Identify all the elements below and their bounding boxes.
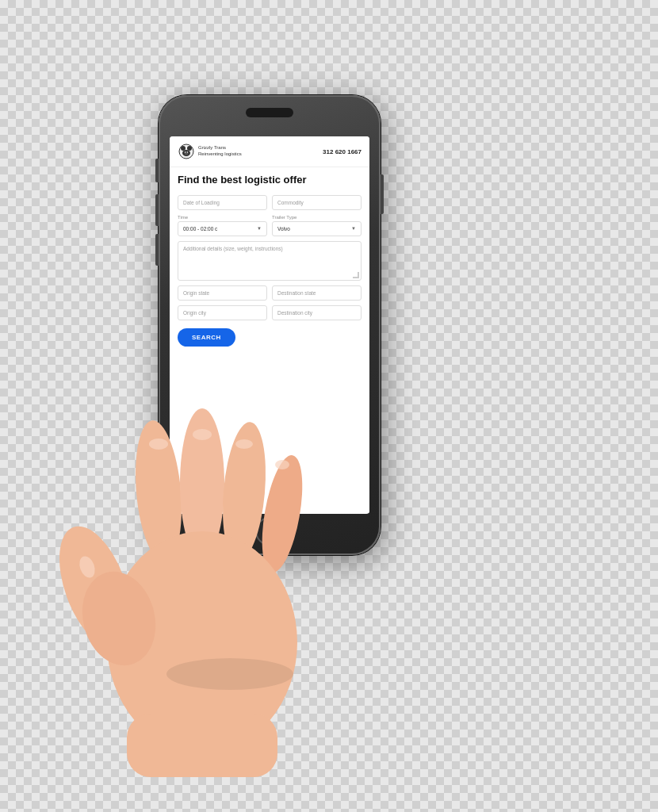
app-header: Grizzly Trans Reinventing logistics 312 … xyxy=(170,136,369,167)
destination-state-input[interactable]: Destination state xyxy=(272,285,362,301)
form-row-3: Origin state Destination state xyxy=(178,285,362,301)
svg-point-1 xyxy=(181,146,186,151)
commodity-input[interactable]: Commodity xyxy=(272,195,362,210)
textarea-resize-handle xyxy=(353,272,359,278)
svg-point-4 xyxy=(185,151,189,155)
phone-camera xyxy=(246,108,293,117)
hand-svg xyxy=(48,365,396,777)
origin-state-input[interactable]: Origin state xyxy=(178,285,267,301)
svg-point-18 xyxy=(275,460,289,469)
origin-city-input[interactable]: Origin city xyxy=(178,305,267,320)
app-logo-text: Grizzly Trans Reinventing logistics xyxy=(198,145,242,158)
destination-city-input[interactable]: Destination city xyxy=(272,305,362,320)
app-logo-area: Grizzly Trans Reinventing logistics xyxy=(178,143,242,160)
trailer-label: Trailer Type xyxy=(272,215,362,220)
time-select-arrow-icon: ▼ xyxy=(257,226,262,231)
phone-volume-up-button xyxy=(155,194,159,226)
trailer-select[interactable]: Volvo ▼ xyxy=(272,221,362,236)
phone-hand-container: Grizzly Trans Reinventing logistics 312 … xyxy=(111,95,547,745)
svg-rect-13 xyxy=(127,714,277,777)
search-button[interactable]: SEARCH xyxy=(178,328,235,347)
phone-silent-button xyxy=(155,159,159,182)
trailer-select-arrow-icon: ▼ xyxy=(351,226,356,231)
app-headline: Find the best logistic offer xyxy=(178,174,362,187)
form-row-1: Date of Loading Commodity xyxy=(178,195,362,210)
trailer-field-group: Trailer Type Volvo ▼ xyxy=(272,215,362,236)
svg-point-16 xyxy=(193,429,212,440)
additional-details-textarea[interactable]: Additional details (size, weight, instru… xyxy=(178,241,362,281)
form-row-2: Time 00:00 - 02:00 c ▼ Trailer Type Volv… xyxy=(178,215,362,236)
svg-point-5 xyxy=(185,151,186,152)
date-of-loading-input[interactable]: Date of Loading xyxy=(178,195,267,210)
svg-point-15 xyxy=(149,439,168,450)
svg-point-2 xyxy=(187,146,192,151)
scene: Grizzly Trans Reinventing logistics 312 … xyxy=(0,0,658,812)
app-phone-number: 312 620 1667 xyxy=(323,148,362,155)
bear-logo-icon xyxy=(178,143,195,160)
additional-details-placeholder: Additional details (size, weight, instru… xyxy=(183,246,283,251)
phone-power-button xyxy=(381,174,384,214)
time-field-group: Time 00:00 - 02:00 c ▼ xyxy=(178,215,267,236)
time-select[interactable]: 00:00 - 02:00 c ▼ xyxy=(178,221,267,236)
form-row-4: Origin city Destination city xyxy=(178,305,362,320)
svg-point-6 xyxy=(187,151,188,152)
time-label: Time xyxy=(178,215,267,220)
phone-volume-down-button xyxy=(155,234,159,266)
svg-point-17 xyxy=(235,439,253,449)
svg-point-20 xyxy=(166,658,293,690)
